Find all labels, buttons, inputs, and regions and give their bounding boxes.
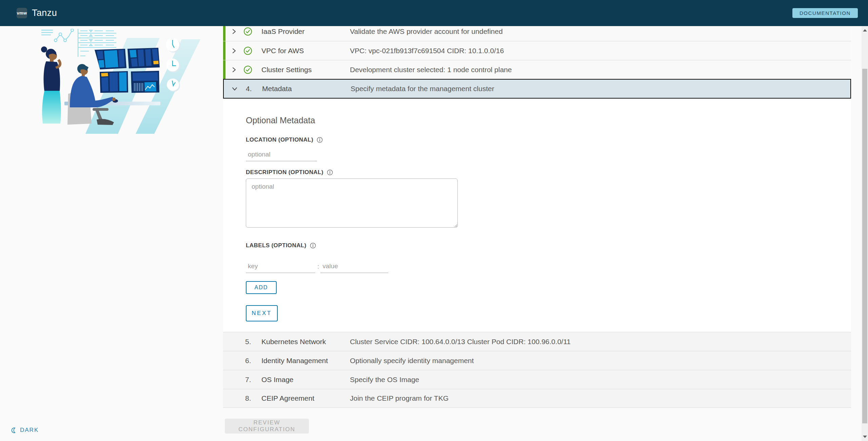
scrollbar[interactable] [862, 26, 868, 441]
panel-heading: Optional Metadata [246, 115, 315, 125]
step-row-vpc-for-aws[interactable]: VPC for AWS VPC: vpc-021fb913f7c691504 C… [223, 41, 851, 60]
location-label: LOCATION (OPTIONAL) [246, 136, 313, 143]
step-row-ceip-agreement[interactable]: 8. CEIP Agreement Join the CEIP program … [223, 389, 851, 408]
step-title: VPC for AWS [261, 47, 304, 55]
step-row-os-image[interactable]: 7. OS Image Specify the OS Image [223, 370, 851, 389]
woman-standing [41, 46, 61, 124]
step-complete-icon [243, 65, 252, 74]
step-row-cluster-settings[interactable]: Cluster Settings Development cluster sel… [223, 60, 851, 79]
info-icon[interactable] [310, 243, 316, 249]
dark-theme-toggle[interactable]: DARK [11, 427, 39, 434]
app-title: Tanzu [32, 8, 57, 18]
chevron-down-icon[interactable] [232, 86, 238, 92]
step-number: 6. [245, 357, 251, 365]
step-description: Optionally specify identity management [350, 357, 474, 365]
step-row-identity-management[interactable]: 6. Identity Management Optionally specif… [223, 351, 851, 370]
step-number: 5. [245, 338, 251, 346]
step-number: 7. [245, 376, 251, 384]
vmware-logo: vmw [17, 8, 27, 18]
step-title: IaaS Provider [261, 27, 304, 36]
sketch-chart [41, 29, 74, 42]
chevron-right-icon[interactable] [231, 28, 237, 35]
chevron-right-icon[interactable] [231, 48, 237, 54]
description-label: DESCRIPTION (OPTIONAL) [246, 169, 323, 176]
location-input[interactable] [246, 149, 317, 161]
step-description: VPC: vpc-021fb913f7c691504 CIDR: 10.1.0.… [350, 47, 504, 55]
step-description: Validate the AWS provider account for un… [350, 27, 503, 36]
app-header: vmw Tanzu DOCUMENTATION [0, 0, 868, 26]
metadata-form-panel: Optional Metadata LOCATION (OPTIONAL) DE… [223, 99, 851, 332]
review-configuration-button: REVIEW CONFIGURATION [225, 419, 309, 434]
step-number: 8. [245, 394, 251, 402]
next-button[interactable]: NEXT [246, 305, 278, 321]
info-icon[interactable] [327, 169, 333, 175]
location-label-row: LOCATION (OPTIONAL) [246, 136, 323, 143]
step-number: 4. [246, 85, 252, 93]
dark-theme-label: DARK [20, 427, 39, 434]
description-textarea[interactable] [246, 178, 458, 228]
labels-label-row: LABELS (OPTIONAL) [246, 242, 316, 249]
description-label-row: DESCRIPTION (OPTIONAL) [246, 169, 333, 176]
labels-label: LABELS (OPTIONAL) [246, 242, 307, 249]
add-label-button[interactable]: ADD [246, 281, 277, 294]
label-value-input[interactable] [320, 261, 388, 273]
key-value-separator: : [317, 263, 319, 270]
step-row-metadata-selected[interactable]: 4. Metadata Specify metadata for the man… [223, 79, 851, 99]
step-description: Specify metadata for the management clus… [351, 85, 494, 93]
step-description: Cluster Service CIDR: 100.64.0.0/13 Clus… [350, 338, 571, 346]
scrollbar-thumb[interactable] [862, 69, 867, 423]
chevron-right-icon[interactable] [231, 67, 237, 73]
step-title: CEIP Agreement [261, 394, 314, 402]
scrollbar-up-arrow-icon[interactable] [863, 29, 867, 31]
step-title: Metadata [262, 85, 292, 93]
step-complete-icon [243, 46, 252, 55]
step-description: Join the CEIP program for TKG [350, 394, 449, 402]
scrollbar-down-arrow-icon[interactable] [863, 436, 867, 438]
info-icon[interactable] [317, 137, 323, 143]
moon-icon [11, 427, 17, 433]
clocks [166, 38, 180, 92]
documentation-button[interactable]: DOCUMENTATION [792, 8, 858, 18]
step-row-kubernetes-network[interactable]: 5. Kubernetes Network Cluster Service CI… [223, 332, 851, 351]
step-title: Cluster Settings [261, 66, 312, 74]
label-key-input[interactable] [246, 261, 315, 273]
wizard-accordion: IaaS Provider Validate the AWS provider … [223, 22, 851, 434]
step-description: Specify the OS Image [350, 376, 419, 384]
step-title: OS Image [261, 376, 294, 384]
step-title: Kubernetes Network [261, 338, 326, 346]
step-description: Development cluster selected: 1 node con… [350, 66, 512, 74]
step-title: Identity Management [261, 357, 328, 365]
step-complete-icon [243, 27, 252, 36]
label-key-value-row: : [246, 261, 388, 273]
hero-illustration [20, 29, 210, 134]
vmware-logo-text: vmw [17, 10, 27, 16]
